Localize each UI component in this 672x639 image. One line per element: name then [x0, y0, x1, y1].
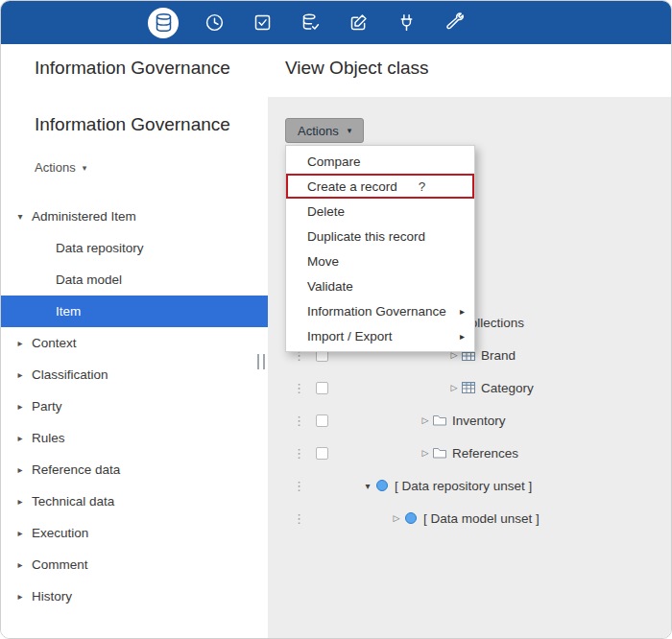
- sidebar-item-data-repository[interactable]: Data repository: [1, 232, 268, 264]
- sidebar-item-label: Reference data: [32, 462, 120, 477]
- menu-item-duplicate-this-record[interactable]: Duplicate this record: [286, 224, 474, 248]
- sidebar-item-label: Context: [32, 336, 77, 350]
- database-icon[interactable]: [148, 8, 179, 38]
- menu-item-label: Import / Export: [307, 329, 393, 343]
- chevron-right-icon[interactable]: ▸: [14, 559, 26, 570]
- sidebar-item-label: Administered Item: [32, 209, 136, 224]
- menu-item-label: Duplicate this record: [307, 229, 425, 244]
- object-tree-row-data-repository-unset[interactable]: ⋮▾[ Data repository unset ]: [268, 469, 671, 502]
- chevron-right-icon[interactable]: ▸: [14, 528, 26, 538]
- circle-icon: [403, 510, 419, 526]
- chevron-down-icon[interactable]: ▾: [14, 211, 26, 222]
- page-title: View Object class: [285, 58, 429, 79]
- folder-icon: [432, 413, 447, 428]
- wrench-icon[interactable]: [442, 11, 467, 36]
- pencil-square-icon[interactable]: [346, 11, 371, 36]
- menu-item-move[interactable]: Move: [286, 248, 474, 273]
- sidebar-item-comment[interactable]: ▸Comment: [1, 549, 268, 580]
- checkbox-icon[interactable]: [250, 11, 275, 36]
- sidebar-item-history[interactable]: ▸History: [1, 580, 268, 612]
- sidebar-item-label: Technical data: [32, 494, 114, 509]
- database-check-icon[interactable]: [298, 11, 323, 36]
- sidebar-item-label: Data repository: [56, 241, 144, 255]
- sidebar-item-rules[interactable]: ▸Rules: [1, 422, 268, 454]
- sidebar-tree: ▾Administered ItemData repositoryData mo…: [1, 201, 268, 612]
- menu-item-create-a-record[interactable]: Create a record?: [286, 174, 474, 199]
- drag-handle-icon[interactable]: ⋮: [293, 511, 304, 526]
- chevron-right-icon[interactable]: ▸: [14, 591, 26, 602]
- chevron-right-icon[interactable]: ▷: [447, 383, 461, 392]
- caret-down-icon: ▾: [83, 163, 87, 173]
- chevron-right-icon[interactable]: ▸: [14, 464, 26, 475]
- sidebar-item-label: Item: [56, 304, 81, 319]
- folder-icon: [432, 445, 447, 461]
- header-row: Information Governance View Object class: [1, 44, 671, 97]
- sidebar-title: Information Governance: [35, 114, 230, 135]
- sidebar: Information Governance Actions ▾ ▾Admini…: [1, 97, 268, 638]
- chevron-right-icon[interactable]: ▸: [14, 338, 26, 348]
- menu-item-compare[interactable]: Compare: [286, 149, 474, 174]
- plug-icon[interactable]: [394, 11, 419, 36]
- chevron-right-icon[interactable]: ▷: [419, 415, 432, 425]
- row-checkbox[interactable]: [316, 414, 328, 427]
- chevron-right-icon[interactable]: ▸: [14, 401, 26, 412]
- sidebar-actions-label: Actions: [35, 160, 76, 175]
- menu-item-hint: ?: [419, 179, 426, 194]
- sidebar-item-context[interactable]: ▸Context: [1, 327, 268, 359]
- top-navigation-bar: [1, 1, 671, 44]
- object-tree-row-data-model-unset[interactable]: ⋮▷[ Data model unset ]: [268, 502, 671, 534]
- chevron-right-icon[interactable]: ▷: [390, 513, 403, 523]
- row-checkbox[interactable]: [316, 382, 328, 394]
- drag-handle-icon[interactable]: ⋮: [293, 381, 304, 395]
- drag-handle-icon[interactable]: ⋮: [293, 414, 304, 428]
- object-tree-row-label: [ Data repository unset ]: [395, 479, 532, 493]
- drag-handle-icon[interactable]: ⋮: [293, 446, 304, 461]
- object-tree-row-label: Inventory: [452, 414, 506, 428]
- object-tree-row-category[interactable]: ⋮▷Category: [268, 371, 671, 404]
- submenu-arrow-icon: ▸: [460, 306, 465, 317]
- chevron-right-icon[interactable]: ▷: [419, 448, 432, 458]
- circle-icon: [374, 478, 390, 493]
- caret-down-icon: ▾: [348, 126, 352, 135]
- sidebar-item-data-model[interactable]: Data model: [1, 264, 268, 296]
- chevron-right-icon[interactable]: ▸: [14, 496, 26, 507]
- menu-item-delete[interactable]: Delete: [286, 199, 474, 224]
- sidebar-item-classification[interactable]: ▸Classification: [1, 359, 268, 390]
- actions-menu: CompareCreate a record?DeleteDuplicate t…: [285, 145, 475, 352]
- indent-spacer: [328, 518, 390, 519]
- indent-spacer: [328, 355, 447, 356]
- submenu-arrow-icon: ▸: [460, 331, 465, 342]
- sidebar-item-label: Execution: [32, 526, 88, 540]
- sidebar-item-execution[interactable]: ▸Execution: [1, 517, 268, 549]
- table-icon: [461, 380, 476, 395]
- menu-item-import-export[interactable]: Import / Export▸: [286, 323, 474, 348]
- object-tree-row-inventory[interactable]: ⋮▷Inventory: [268, 404, 671, 437]
- chevron-down-icon[interactable]: ▾: [361, 481, 374, 491]
- object-tree-row-references[interactable]: ⋮▷References: [268, 437, 671, 469]
- menu-item-validate[interactable]: Validate: [286, 273, 474, 298]
- sidebar-item-technical-data[interactable]: ▸Technical data: [1, 485, 268, 517]
- panel-resize-handle[interactable]: [257, 354, 265, 369]
- menu-item-label: Validate: [307, 279, 353, 294]
- sidebar-item-reference-data[interactable]: ▸Reference data: [1, 454, 268, 485]
- chevron-right-icon[interactable]: ▸: [14, 369, 26, 380]
- sidebar-item-administered-item[interactable]: ▾Administered Item: [1, 201, 268, 232]
- object-tree-row-label: [ Data model unset ]: [423, 511, 540, 526]
- actions-button[interactable]: Actions ▾: [285, 118, 364, 143]
- drag-handle-icon[interactable]: ⋮: [293, 479, 304, 493]
- main-panel: Actions ▾ ⋮▾Collections⋮▷Brand⋮▷Category…: [268, 97, 671, 638]
- indent-spacer: [328, 485, 361, 486]
- sidebar-item-label: Party: [32, 399, 62, 414]
- sidebar-item-party[interactable]: ▸Party: [1, 390, 268, 422]
- menu-item-label: Create a record: [307, 179, 397, 194]
- row-checkbox[interactable]: [316, 447, 328, 460]
- indent-spacer: [328, 420, 419, 421]
- object-tree-row-label: Category: [481, 381, 534, 395]
- sidebar-actions-dropdown[interactable]: Actions ▾: [35, 160, 86, 175]
- chevron-right-icon[interactable]: ▸: [14, 433, 26, 443]
- sidebar-item-item[interactable]: Item: [1, 296, 268, 327]
- object-tree-row-label: Brand: [481, 348, 516, 363]
- clock-icon[interactable]: [202, 11, 227, 36]
- menu-item-information-governance[interactable]: Information Governance▸: [286, 298, 474, 323]
- sidebar-item-label: Comment: [32, 557, 88, 572]
